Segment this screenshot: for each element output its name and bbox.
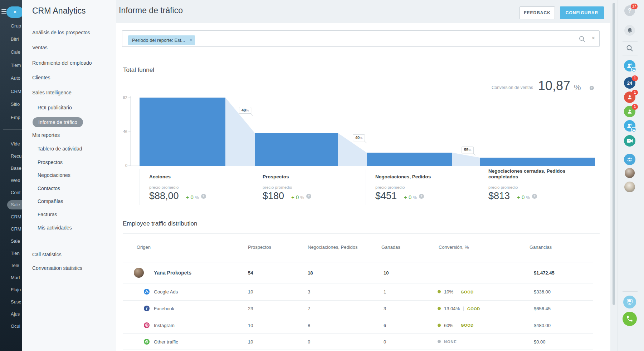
hamburger-menu-icon[interactable] — [1, 9, 6, 14]
sidebar-item[interactable]: Web — [0, 174, 22, 187]
support24-icon[interactable] — [624, 154, 635, 165]
employee-avatar — [134, 268, 144, 278]
table-row-facebook[interactable]: f Facebook 23 7 3 13.04% GOOD $656.45 — [123, 300, 600, 317]
sidebar-item[interactable]: CRM — [0, 211, 22, 223]
sidebar-item[interactable]: Cale — [0, 46, 22, 59]
sidebar-item[interactable]: Tiem — [0, 59, 22, 72]
close-sidebar-button[interactable]: × — [6, 6, 24, 18]
filter-search-field[interactable]: Período del reporte: Est... × × — [122, 30, 600, 47]
menu-item-prospectos[interactable]: Prospectos — [22, 156, 116, 168]
source-name: Other traffic — [154, 339, 178, 344]
menu-item-sales-intelligence[interactable]: Sales Intelligence — [22, 86, 116, 99]
sidebar-item[interactable]: Emp — [0, 111, 22, 124]
rail-divider — [623, 41, 638, 42]
menu-item-negociaciones[interactable]: Negociaciones — [22, 169, 116, 181]
sidebar-item[interactable]: Tele — [0, 259, 22, 272]
menu-item-companias[interactable]: Compañías — [22, 195, 116, 207]
sidebar-item[interactable]: Flujo — [0, 284, 22, 296]
search-icon[interactable] — [579, 35, 586, 43]
sidebar-item[interactable]: Vide — [0, 138, 22, 150]
menu-item-contactos[interactable]: Contactos — [22, 182, 116, 194]
metric-negociaciones: Negociaciones, Pedidos precio promedio $… — [366, 169, 479, 205]
help-info-icon[interactable]: ? — [532, 194, 537, 199]
sidebar-item[interactable]: Grup — [0, 20, 22, 33]
conversion-info-icon[interactable]: ? — [590, 86, 594, 90]
activity-stream-icon[interactable] — [624, 60, 635, 71]
menu-item-analisis-prospectos[interactable]: Análisis de los prospectos — [22, 26, 116, 39]
menu-item-conversation-statistics[interactable]: Conversation statistics — [22, 262, 116, 274]
sidebar-item[interactable]: Sale — [0, 235, 22, 247]
cell-ganadas: 6 — [384, 322, 386, 328]
cell-negociaciones: 7 — [308, 306, 310, 311]
cell-conversion: NONE — [438, 340, 457, 344]
metric-subtitle: precio promedio — [375, 185, 479, 189]
cell-prospectos: 10 — [248, 339, 253, 344]
sidebar-item[interactable]: Tien — [0, 247, 22, 259]
sidebar-item[interactable]: Bitri — [0, 33, 22, 46]
recent-activity-icon[interactable] — [624, 120, 635, 132]
notifications-bell-icon[interactable] — [624, 25, 635, 36]
sidebar-item-selected[interactable]: Sale — [0, 199, 22, 211]
sidebar-item[interactable]: Sitio — [0, 98, 22, 111]
menu-item-mis-reportes[interactable]: Mis reportes — [22, 129, 116, 141]
table-row-other-traffic[interactable]: Other traffic 10 0 0 NONE $0.00 — [123, 333, 600, 350]
status-badge: NONE — [444, 340, 457, 344]
source-name: Instagram — [154, 322, 175, 328]
sidebar-item[interactable]: Base — [0, 162, 22, 174]
sidebar-item[interactable]: Auto — [0, 72, 22, 85]
desktop-app-icon[interactable] — [623, 296, 636, 308]
sidebar-item[interactable]: Ajus — [0, 308, 22, 320]
help-info-icon[interactable]: ? — [201, 194, 206, 199]
invite-users-icon[interactable]: 1 — [624, 106, 635, 117]
filter-clear-icon[interactable]: × — [592, 35, 595, 41]
user-avatar[interactable] — [624, 182, 635, 192]
employee-name-link[interactable]: Yana Prokopets — [154, 270, 191, 276]
crm-analytics-menu: CRM Analytics Análisis de los prospectos… — [22, 0, 116, 351]
funnel-bar-prospectos — [255, 133, 338, 166]
filter-chip-report-period[interactable]: Período del reporte: Est... × — [128, 35, 195, 45]
sidebar-item[interactable]: Recu — [0, 150, 22, 162]
configure-button[interactable]: CONFIGURAR — [560, 6, 604, 19]
status-badge: GOOD — [461, 290, 474, 294]
menu-item-clientes[interactable]: Clientes — [22, 71, 116, 84]
contacts-icon[interactable]: 1 — [624, 92, 635, 103]
video-call-icon[interactable] — [624, 135, 635, 147]
collapsed-main-sidebar: Grup Bitri Cale Tiem Auto CRM Sitio Emp … — [0, 0, 22, 351]
sidebar-item[interactable]: Cont — [0, 187, 22, 199]
feedback-button[interactable]: FEEDBACK — [519, 6, 555, 19]
col-header-prospectos: Prospectos — [248, 244, 271, 250]
help-info-icon[interactable]: ? — [419, 194, 424, 199]
bitrix24-messenger-icon[interactable]: 24 1 — [624, 77, 635, 89]
menu-item-roi-publicitario[interactable]: ROI publicitario — [22, 102, 116, 114]
table-row-instagram[interactable]: Instagram 10 8 6 60% GOOD $480.00 — [123, 317, 600, 333]
sidebar-item[interactable]: Ocul — [0, 320, 22, 332]
instagram-icon — [144, 322, 150, 328]
phone-call-icon[interactable] — [623, 312, 637, 326]
chip-remove-icon[interactable]: × — [190, 35, 192, 45]
menu-item-informe-trafico-selected[interactable]: Informe de tráfico — [22, 116, 116, 128]
menu-item-mis-actividades[interactable]: Mis actividades — [22, 222, 116, 234]
menu-item-call-statistics[interactable]: Call statistics — [22, 248, 116, 261]
help-info-icon[interactable]: ? — [306, 194, 311, 199]
vertical-scrollbar[interactable] — [613, 3, 615, 305]
rail-search-icon[interactable] — [626, 44, 634, 52]
menu-item-tablero-actividad[interactable]: Tablero de actividad — [22, 143, 116, 155]
sidebar-item[interactable]: CRM — [0, 223, 22, 235]
col-header-ganadas: Ganadas — [381, 244, 400, 250]
sales-conversion-value: 10,87 % — [538, 78, 581, 93]
col-header-ganancias: Ganancias — [530, 244, 552, 250]
table-row-google-ads[interactable]: Google Ads 10 3 1 10% GOOD $336.00 — [123, 283, 600, 300]
sales-conversion-label: Conversión de ventas — [458, 85, 533, 90]
metric-title: Prospectos — [263, 169, 366, 180]
sidebar-item[interactable]: Marl — [0, 272, 22, 284]
sidebar-item[interactable]: Susc — [0, 296, 22, 308]
help-badge: 17 — [631, 4, 638, 9]
menu-item-rendimiento-empleado[interactable]: Rendimiento del empleado — [22, 57, 116, 69]
table-row-employee[interactable]: Yana Prokopets 54 18 10 $1,472.45 — [123, 262, 600, 283]
sidebar-item[interactable]: CRM — [0, 85, 22, 98]
metric-delta: + 0 — [186, 194, 194, 200]
help-icon[interactable]: ? 17 — [624, 5, 635, 16]
user-avatar[interactable] — [625, 168, 635, 178]
menu-item-facturas[interactable]: Facturas — [22, 208, 116, 221]
menu-item-ventas[interactable]: Ventas — [22, 41, 116, 54]
